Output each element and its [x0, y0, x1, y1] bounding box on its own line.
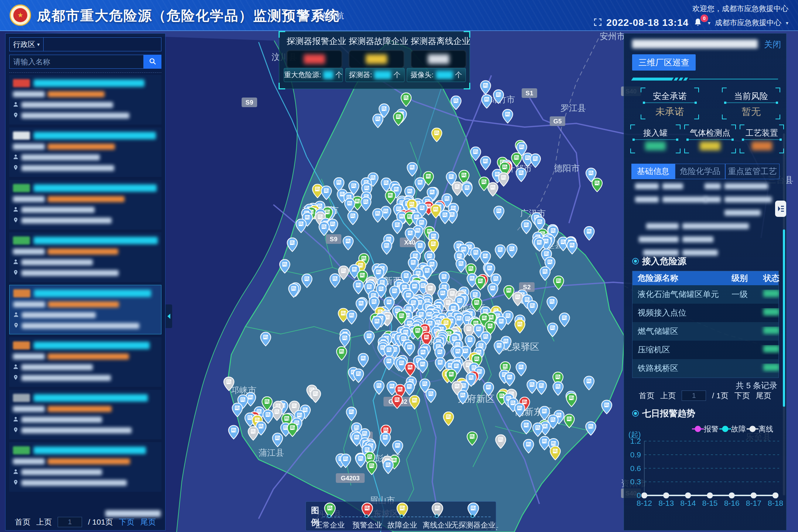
notification-badge: 0: [700, 14, 708, 22]
stats-column-label: 探测器报警企业: [287, 35, 342, 47]
pagination-next[interactable]: 下页: [734, 391, 750, 401]
pagination-last[interactable]: 尾页: [140, 517, 156, 527]
hazard-level-blurred: [48, 144, 115, 150]
address-row: [13, 426, 158, 435]
company-list-item[interactable]: [9, 127, 161, 177]
field-label-blurred: [13, 144, 45, 150]
table-header-row: 危险源名称级别状态: [632, 271, 778, 285]
status-badge: [13, 394, 30, 402]
notification-bell-icon[interactable]: 0: [693, 18, 703, 28]
decor-divider: [632, 77, 778, 81]
table-row[interactable]: 压缩机区: [632, 341, 778, 359]
legend-item-label: 离线企业: [423, 520, 452, 530]
legend-item-label: 故障企业: [388, 520, 417, 530]
status-blurred: [763, 290, 779, 297]
chart-x-tick: 8-15: [702, 499, 717, 507]
svg-text:S2: S2: [523, 284, 531, 291]
address-blurred: [21, 270, 119, 276]
fullscreen-icon[interactable]: [594, 18, 602, 28]
address-blurred: [21, 113, 129, 119]
pagination-first[interactable]: 首页: [15, 517, 30, 527]
search-button[interactable]: [144, 55, 161, 69]
chart-x-tick: 8-16: [724, 499, 740, 507]
grid-nav-icon: [301, 11, 308, 21]
company-list-item[interactable]: [9, 232, 161, 282]
divider: [743, 139, 781, 140]
factory-3d-tour-button[interactable]: 三维厂区巡查: [632, 54, 696, 71]
contact-blurred: [22, 312, 96, 318]
detail-stat-value: [740, 141, 784, 150]
chart-legend-label[interactable]: 报警: [704, 425, 719, 433]
chevron-down-icon: ▾: [708, 20, 710, 26]
company-list-item[interactable]: [9, 75, 161, 125]
legend-node: [435, 514, 439, 518]
table-row[interactable]: 视频接入点位: [632, 304, 778, 322]
chart-legend-label[interactable]: 离线: [758, 425, 773, 433]
stats-value-box: [349, 50, 404, 68]
sidebar-pagination: 首页 上页 / 101页 下页 尾页: [6, 517, 165, 527]
chart-legend-label[interactable]: 故障: [731, 425, 746, 433]
chevron-down-icon: ▾: [37, 41, 40, 47]
company-list-item[interactable]: [9, 337, 161, 387]
contact-blurred: [21, 364, 93, 370]
tab-hazardous-chemicals[interactable]: 危险化学品: [675, 164, 725, 179]
user-org-dropdown[interactable]: 成都市应急救援中心: [715, 18, 781, 28]
divider: [687, 139, 733, 140]
search-input[interactable]: [9, 55, 144, 69]
close-button[interactable]: 关闭: [764, 39, 781, 50]
field-label-blurred: [13, 249, 45, 255]
info-field-blurred: [639, 236, 679, 242]
field-label-blurred: [13, 301, 45, 307]
status-badge: [13, 341, 30, 349]
svg-text:S1: S1: [526, 90, 533, 97]
contact-blurred: [21, 259, 93, 265]
company-list-item[interactable]: [9, 390, 161, 439]
company-list-item[interactable]: [9, 180, 161, 229]
chevron-left-icon: [167, 314, 170, 319]
pagination-next[interactable]: 下页: [119, 517, 134, 527]
scrollbar-thumb[interactable]: [783, 229, 785, 407]
company-name-blurred: [34, 447, 146, 454]
current-risk-value: 暂无: [722, 105, 780, 118]
sidebar-collapse-handle[interactable]: [166, 304, 172, 328]
table-row[interactable]: 液化石油气储罐区单元一级: [632, 285, 778, 304]
system-nav-button[interactable]: 系统导航: [301, 10, 344, 21]
table-row[interactable]: 铁路栈桥区: [632, 359, 778, 378]
counter-label: 摄像头:: [410, 70, 433, 80]
company-name-blurred: [34, 394, 148, 402]
info-field-blurred: [724, 210, 761, 216]
table-row[interactable]: 燃气储罐区: [632, 322, 778, 341]
hazard-status-cell: [758, 364, 779, 373]
region-filter-dropdown[interactable]: 行政区 ▾: [10, 38, 44, 51]
page-number-input[interactable]: [682, 391, 706, 401]
chart-x-tick: 8-13: [658, 499, 674, 507]
pagination-first[interactable]: 首页: [639, 391, 654, 401]
info-field-blurred: [705, 183, 721, 189]
contact-blurred: [21, 417, 102, 423]
page-number-input[interactable]: [58, 517, 82, 527]
hazard-status-cell: [758, 308, 779, 318]
info-field-blurred: [724, 183, 768, 189]
info-field-blurred: [643, 250, 679, 256]
stats-column-label: 探测器离线企业: [411, 35, 466, 47]
company-list-item[interactable]: [9, 442, 161, 492]
info-field-blurred: [705, 197, 721, 202]
counter-label: 探测器:: [349, 70, 372, 80]
pagination-prev[interactable]: 上页: [660, 391, 676, 401]
hazard-level-cell: 一级: [726, 289, 758, 300]
stats-value-blurred: [304, 54, 325, 64]
address-blurred: [22, 323, 139, 329]
pagination-last[interactable]: 尾页: [756, 391, 771, 401]
svg-text:G4203: G4203: [341, 475, 359, 482]
region-filter-value[interactable]: [44, 38, 161, 51]
contact-row: [13, 153, 158, 162]
company-list-item[interactable]: [9, 285, 161, 334]
person-icon: [13, 312, 19, 319]
address-row: [13, 163, 158, 173]
pagination-total: / 101页: [88, 517, 113, 527]
tab-key-processes[interactable]: 重点监管工艺: [725, 164, 780, 179]
pagination-prev[interactable]: 上页: [36, 517, 52, 527]
company-item-header: [13, 393, 158, 403]
counter-unit: 个: [393, 70, 400, 80]
tab-basic-info[interactable]: 基础信息: [631, 164, 675, 179]
